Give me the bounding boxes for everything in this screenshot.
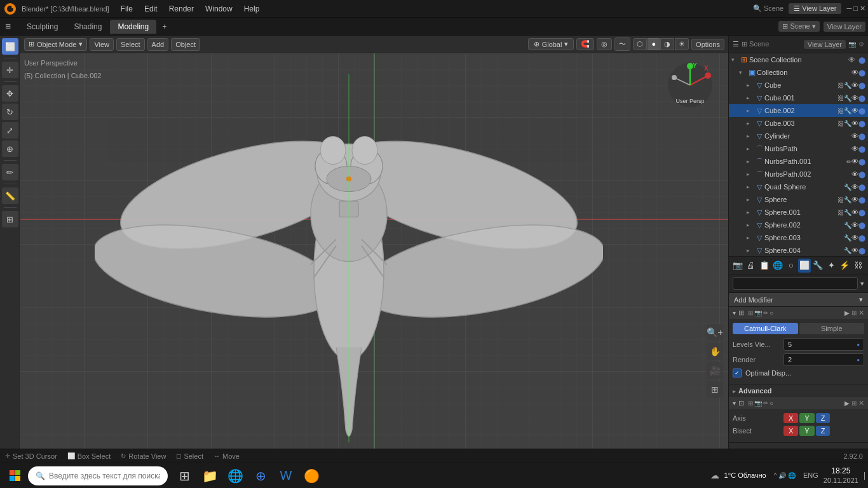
menu-edit[interactable]: Edit <box>139 3 163 15</box>
editor-type-icon[interactable]: ⊞ <box>3 22 13 30</box>
cylinder-render[interactable]: ⬤ <box>858 133 865 140</box>
taskbar-word[interactable]: W <box>275 464 297 487</box>
mirror-expand-arrow[interactable]: ▾ <box>733 400 736 407</box>
mirror-edit-icon[interactable]: ✏ <box>763 400 768 407</box>
tree-nurbspath001[interactable]: ▸ ⌒ NurbsPath.001 ✏ 👁 ⬤ <box>729 155 868 168</box>
collection-render[interactable]: ⬤ <box>858 69 865 76</box>
move-tool[interactable]: ✥ <box>2 85 18 102</box>
tree-quadsphere[interactable]: ▸ ▽ Quad Sphere 🔧 👁 ⬤ <box>729 180 868 193</box>
mirror-cage-icon[interactable]: ○ <box>770 400 773 407</box>
view-layer-dropdown[interactable]: View Layer <box>824 22 865 32</box>
tree-nurbspath[interactable]: ▸ ⌒ NurbsPath 👁 ⬤ <box>729 142 868 155</box>
nurbspath001-visibility[interactable]: 👁 <box>851 158 858 165</box>
bisect-z-button[interactable]: Z <box>816 426 831 436</box>
cube001-visibility[interactable]: 👁 <box>851 94 858 102</box>
taskbar-tray-icons[interactable]: ^ 🔊 🌐 <box>771 472 798 479</box>
tree-cube001[interactable]: ▸ ▽ Cube.001 ⛓ 🔧 👁 ⬤ <box>729 92 868 104</box>
axis-x-button[interactable]: X <box>783 413 798 423</box>
render-value[interactable]: 2 ● <box>783 353 864 366</box>
tree-sphere001[interactable]: ▸ ▽ Sphere.001 ⛓ 🔧 👁 ⬤ <box>729 206 868 219</box>
outliner-camera-icon[interactable]: 📷 <box>848 41 856 48</box>
cube003-visibility[interactable]: 👁 <box>851 119 858 127</box>
cube002-visibility[interactable]: 👁 <box>851 107 858 114</box>
view-layer-props-icon[interactable]: 📋 <box>758 259 770 273</box>
tree-collection[interactable]: ▾ ▣ Collection 👁 ⬤ <box>729 66 868 79</box>
proportional-options[interactable]: 〜 <box>614 37 630 51</box>
scene-dropdown[interactable]: ⊞ Scene ▾ <box>778 21 819 32</box>
sub-apply-icon[interactable]: ▶ <box>844 309 850 316</box>
zoom-in-button[interactable]: 🔍+ <box>707 324 723 341</box>
menu-render[interactable]: Render <box>164 3 199 15</box>
windows-start-button[interactable] <box>3 463 28 489</box>
show-desktop-button[interactable]: | <box>864 471 865 480</box>
sub-duplicate-icon[interactable]: ⊞ <box>851 309 857 316</box>
output-props-icon[interactable]: 🖨 <box>745 259 757 273</box>
tree-cube002[interactable]: ▸ ▽ Cube.002 ⛓ 🔧 👁 ⬤ <box>729 104 868 117</box>
window-controls[interactable]: ─ □ ✕ <box>846 4 865 13</box>
menu-window[interactable]: Window <box>200 3 238 15</box>
nurbspath-render[interactable]: ⬤ <box>858 146 865 152</box>
rotate-tool[interactable]: ↻ <box>2 104 18 120</box>
wireframe-shading[interactable]: ⬡ <box>633 38 647 50</box>
subdivision-expand-arrow[interactable]: ▾ <box>733 309 736 316</box>
scale-tool[interactable]: ⤢ <box>2 122 18 139</box>
camera-view-button[interactable]: 🎥 <box>707 362 723 379</box>
select-menu[interactable]: Select <box>116 38 145 51</box>
cube-visibility[interactable]: 👁 <box>851 81 858 89</box>
sphere004-visibility[interactable]: 👁 <box>851 247 858 254</box>
optimal-display-checkbox[interactable]: ✓ <box>733 369 742 377</box>
axis-z-button[interactable]: Z <box>816 413 831 423</box>
windows-search-box[interactable]: 🔍 <box>28 466 168 485</box>
tree-nurbspath002[interactable]: ▸ ⌒ NurbsPath.002 👁 ⬤ <box>729 168 868 180</box>
levels-viewport-value[interactable]: 5 ● <box>783 338 864 351</box>
bisect-y-button[interactable]: Y <box>799 426 814 436</box>
transform-tool[interactable]: ⊕ <box>2 140 18 157</box>
nurbspath002-render[interactable]: ⬤ <box>858 171 865 178</box>
bisect-x-button[interactable]: X <box>783 426 798 436</box>
sphere-render[interactable]: ⬤ <box>858 196 865 203</box>
mirror-delete-icon[interactable]: ✕ <box>858 399 864 407</box>
transform-orientation[interactable]: ⊕ Global ▾ <box>528 38 574 50</box>
viewport-axes-widget[interactable]: X Y User Persp <box>665 60 715 111</box>
particles-props-icon[interactable]: ✦ <box>825 259 837 273</box>
sub-edit-icon[interactable]: ✏ <box>763 309 768 316</box>
properties-collapse-btn[interactable]: ▾ <box>860 280 864 288</box>
object-props-icon[interactable]: ⬜ <box>798 259 810 273</box>
catmull-clark-tab[interactable]: Catmull-Clark <box>733 323 798 334</box>
tree-cylinder[interactable]: ▸ ▽ Cylinder 👁 ⬤ <box>729 130 868 142</box>
tab-sculpting[interactable]: Sculpting <box>19 20 65 34</box>
outliner-filter-icon[interactable]: ⚙ <box>858 41 864 48</box>
overlay-toggle[interactable]: Options <box>691 39 724 50</box>
proportional-edit[interactable]: ◎ <box>597 38 612 50</box>
mode-selector[interactable]: ⊞ Object Mode ▾ <box>24 38 87 51</box>
quadsphere-render[interactable]: ⬤ <box>858 184 865 191</box>
select-box-tool[interactable]: ⬜ <box>2 38 18 55</box>
tree-cube[interactable]: ▸ ▽ Cube ⛓ 🔧 👁 ⬤ <box>729 79 868 92</box>
tree-scene-collection[interactable]: ▾ ⊞ Scene Collection 👁 ⬤ <box>729 53 868 66</box>
taskbar-taskview[interactable]: ⊞ <box>173 464 196 487</box>
scene-collection-render[interactable]: ⬤ <box>858 57 865 64</box>
sub-realtime-icon[interactable]: ⊞ <box>748 309 753 316</box>
sphere002-render[interactable]: ⬤ <box>858 222 865 229</box>
mirror-realtime-icon[interactable]: ⊞ <box>748 400 753 407</box>
taskbar-blender[interactable]: 🟠 <box>300 464 323 487</box>
modifier-props-icon[interactable]: 🔧 <box>812 259 824 273</box>
add-menu[interactable]: Add <box>147 38 169 51</box>
nurbspath002-visibility[interactable]: 👁 <box>851 170 858 178</box>
tab-shading[interactable]: Shading <box>66 20 109 34</box>
scene-props-icon[interactable]: 🌐 <box>771 259 783 273</box>
sphere003-render[interactable]: ⬤ <box>858 234 865 241</box>
sub-delete-icon[interactable]: ✕ <box>858 309 864 317</box>
quadsphere-visibility[interactable]: 👁 <box>851 183 858 191</box>
cube-render[interactable]: ⬤ <box>858 82 865 89</box>
taskbar-clock[interactable]: 18:25 20.11.2021 <box>824 466 858 485</box>
sphere004-render[interactable]: ⬤ <box>858 247 865 254</box>
cube002-render[interactable]: ⬤ <box>858 107 865 114</box>
annotate-tool[interactable]: ✏ <box>2 164 18 180</box>
taskbar-edge[interactable]: 🌐 <box>224 464 247 487</box>
sphere001-visibility[interactable]: 👁 <box>851 208 858 216</box>
sphere001-render[interactable]: ⬤ <box>858 209 865 216</box>
properties-search-input[interactable] <box>733 277 858 290</box>
pan-button[interactable]: ✋ <box>707 343 723 360</box>
tab-modeling[interactable]: Modeling <box>110 20 156 34</box>
